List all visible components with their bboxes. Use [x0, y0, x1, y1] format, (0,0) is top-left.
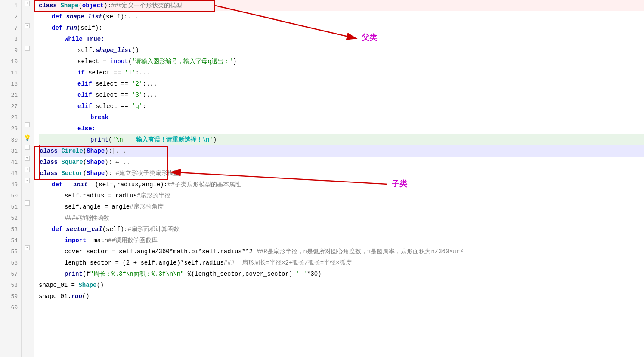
- fold-icon-31[interactable]: +: [25, 156, 30, 161]
- code-line-2: def shape_list(self):...: [39, 11, 644, 22]
- line-num-57: 57: [0, 268, 21, 280]
- line-num-49: 49: [0, 179, 21, 190]
- code-line-16: elif select == '2':...: [39, 78, 644, 89]
- code-line-10: select = input('请输入图形编号，输入字母q退出：'): [39, 56, 644, 67]
- code-line-31: class Circle(Shape):|...: [39, 145, 644, 157]
- line-num-58: 58: [0, 280, 21, 291]
- code-line-59: shape_01.run(): [39, 291, 644, 302]
- code-line-27: elif select == 'q':: [39, 101, 644, 112]
- code-area[interactable]: class Shape(object):###定义一个形状类的模型 def sh…: [34, 0, 644, 357]
- line-num-56: 56: [0, 257, 21, 268]
- code-line-30: print('\n输入有误！请重新选择！\n'): [39, 134, 644, 145]
- code-line-52: ####功能性函数: [39, 212, 644, 224]
- line-num-8: 8: [0, 34, 21, 45]
- code-line-11: if select == '1':...: [39, 67, 644, 78]
- line-num-9: 9: [0, 45, 21, 56]
- fold-icon-41[interactable]: +: [25, 167, 30, 172]
- gutter: + - + + - - - 💡: [22, 0, 34, 357]
- code-line-48: class Sector(Shape): #建立形状子类扇形模型: [39, 168, 644, 179]
- code-line-60: [39, 302, 644, 313]
- code-line-7: def run(self):: [39, 22, 644, 34]
- bulb-icon-30[interactable]: 💡: [24, 134, 31, 141]
- code-line-49: def __init__(self,radius,angle):##子类扇形模型…: [39, 179, 644, 190]
- code-line-51: self.angle = angle#扇形的角度: [39, 201, 644, 212]
- fold-icon-1[interactable]: +: [25, 1, 30, 6]
- code-editor: 1 2 7 8 9 10 11 16 21 27 28 29 30 31 41 …: [0, 0, 644, 357]
- code-line-29: else:: [39, 123, 644, 134]
- line-num-50: 50: [0, 190, 21, 201]
- fold-icon-30[interactable]: [25, 145, 30, 150]
- line-num-29: 29: [0, 123, 21, 134]
- line-num-31: 31: [0, 145, 21, 157]
- line-num-10: 10: [0, 56, 21, 67]
- line-num-2: 2: [0, 11, 21, 22]
- line-num-51: 51: [0, 201, 21, 212]
- line-num-54: 54: [0, 235, 21, 246]
- code-line-56: length_sector = (2 + self.angle)*self.ra…: [39, 257, 644, 268]
- line-num-52: 52: [0, 212, 21, 224]
- line-num-27: 27: [0, 101, 21, 112]
- line-num-60: 60: [0, 302, 21, 313]
- line-num-53: 53: [0, 224, 21, 235]
- code-line-41: class Square(Shape): ←...: [39, 157, 644, 168]
- line-num-28: 28: [0, 112, 21, 123]
- fold-icon-48[interactable]: -: [25, 178, 30, 183]
- line-numbers: 1 2 7 8 9 10 11 16 21 27 28 29 30 31 41 …: [0, 0, 22, 357]
- fuclass-label: 父类: [362, 32, 377, 43]
- code-line-1: class Shape(object):###定义一个形状类的模型: [39, 0, 644, 11]
- line-num-1: 1: [0, 0, 21, 11]
- fold-icon-49[interactable]: -: [25, 200, 30, 206]
- code-line-8: while True:: [39, 34, 644, 45]
- fold-icon-7[interactable]: -: [25, 23, 30, 28]
- line-num-11: 11: [0, 67, 21, 78]
- fold-icon-27[interactable]: [25, 122, 30, 127]
- line-num-16: 16: [0, 78, 21, 89]
- code-line-9: self.shape_list(): [39, 45, 644, 56]
- fold-icon-53[interactable]: -: [25, 245, 30, 250]
- code-line-58: shape_01 = Shape(): [39, 280, 644, 291]
- code-line-55: cover_sector = self.angle/360*math.pi*se…: [39, 246, 644, 257]
- line-num-59: 59: [0, 291, 21, 302]
- line-num-41: 41: [0, 157, 21, 168]
- fold-icon-9[interactable]: [25, 46, 30, 51]
- code-line-53: def sector_cal(self):#扇形面积计算函数: [39, 224, 644, 235]
- code-line-28: break: [39, 112, 644, 123]
- line-num-7: 7: [0, 22, 21, 34]
- line-num-30: 30: [0, 134, 21, 145]
- line-num-48: 48: [0, 168, 21, 179]
- line-num-21: 21: [0, 89, 21, 101]
- code-line-57: print(f"周长：%.3f\n面积：%.3f\n\n" %(length_s…: [39, 268, 644, 280]
- code-line-50: self.radius = radius#扇形的半径: [39, 190, 644, 201]
- code-line-21: elif select == '3':...: [39, 89, 644, 101]
- code-line-54: import math##调用数学函数库: [39, 235, 644, 246]
- line-num-55: 55: [0, 246, 21, 257]
- ziclass-label: 子类: [392, 178, 407, 189]
